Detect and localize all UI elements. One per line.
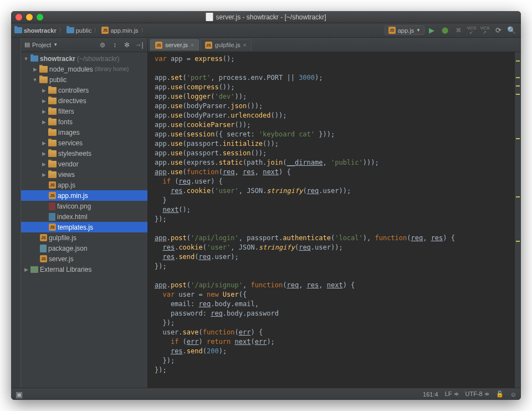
close-window-button[interactable] — [16, 14, 22, 21]
breadcrumb-file[interactable]: app.min.js — [101, 27, 138, 34]
minimize-window-button[interactable] — [26, 14, 33, 21]
search-button[interactable]: 🔍 — [505, 24, 518, 37]
project-folder-icon — [30, 55, 38, 62]
encoding-selector[interactable]: UTF-8 ≑ — [466, 390, 489, 398]
chevron-right-icon: 〉 — [59, 27, 64, 34]
expand-arrow-icon[interactable] — [23, 56, 29, 62]
tree-label: views — [58, 171, 75, 179]
expand-arrow-icon[interactable] — [41, 119, 47, 125]
js-file-icon — [155, 42, 162, 49]
inspections-icon[interactable]: ☺ — [510, 391, 516, 398]
tab-gulpfile-js[interactable]: gulpfile.js × — [200, 39, 252, 50]
settings-button[interactable]: ⟳ — [492, 24, 504, 37]
dropdown-arrow-icon: ▼ — [53, 42, 58, 47]
project-panel-title[interactable]: ▤ Project ▼ — [24, 41, 95, 48]
folder-icon — [48, 108, 57, 115]
expand-arrow-icon[interactable] — [41, 151, 47, 156]
tool-windows-toggle[interactable]: ▣ — [16, 390, 23, 399]
tree-folder[interactable]: images — [21, 127, 147, 138]
html-file-icon — [49, 213, 55, 221]
tree-file-app-js[interactable]: app.js — [21, 180, 147, 190]
tree-folder[interactable]: vendor — [21, 159, 147, 169]
chevron-right-icon: 〉 — [94, 27, 99, 34]
tree-folder[interactable]: stylesheets — [21, 148, 147, 159]
close-tab-button[interactable]: × — [243, 42, 247, 48]
traffic-lights — [16, 14, 43, 21]
js-file-icon — [101, 27, 109, 34]
expand-arrow-icon[interactable] — [41, 140, 47, 146]
tree-folder[interactable]: views — [21, 169, 147, 180]
vcs-update-button[interactable]: VCS↙ — [466, 24, 478, 37]
dropdown-arrow-icon: ▼ — [416, 28, 421, 33]
tree-file-app-min-js[interactable]: app.min.js — [21, 190, 147, 201]
main-area: ▤ Project ▼ ⊚ ↕ ✻ →| showtrackr (~/showt… — [11, 38, 521, 388]
js-file-icon — [40, 255, 47, 262]
error-stripe[interactable] — [514, 52, 521, 388]
breadcrumb-folder[interactable]: public — [66, 27, 92, 34]
tree-root[interactable]: showtrackr (~/showtrackr) — [21, 53, 147, 64]
tree-folder[interactable]: controllers — [21, 85, 147, 95]
tree-file-templates-js[interactable]: templates.js — [21, 222, 147, 232]
tree-file-server-js[interactable]: server.js — [21, 253, 147, 264]
code-content[interactable]: var app = express(); app.set('port', pro… — [148, 52, 514, 388]
cursor-position[interactable]: 161:4 — [423, 391, 438, 398]
js-file-icon — [49, 181, 56, 189]
expand-arrow-icon[interactable] — [41, 161, 47, 167]
expand-arrow-icon[interactable] — [41, 88, 47, 93]
tree-label: fonts — [58, 118, 73, 126]
folder-icon — [48, 87, 57, 94]
js-file-icon — [40, 234, 47, 241]
folder-icon — [48, 171, 57, 178]
project-tree: showtrackr (~/showtrackr) node_modules (… — [21, 52, 147, 275]
json-file-icon — [40, 245, 47, 252]
tree-folder[interactable]: services — [21, 138, 147, 148]
expand-arrow-icon[interactable] — [32, 77, 38, 83]
tree-folder-public[interactable]: public — [21, 74, 147, 85]
folder-icon — [39, 77, 48, 83]
tree-folder[interactable]: directives — [21, 95, 147, 106]
stop-button[interactable] — [452, 24, 464, 37]
close-tab-button[interactable]: × — [191, 42, 194, 48]
folder-icon — [48, 98, 57, 104]
read-only-toggle[interactable]: 🔓 — [496, 390, 504, 398]
tool-window-bar[interactable] — [11, 38, 21, 388]
breadcrumb-project[interactable]: showtrackr — [14, 27, 57, 34]
js-file-icon — [49, 224, 56, 231]
tree-folder-node-modules[interactable]: node_modules (library home) — [21, 64, 147, 74]
vcs-commit-button[interactable]: VCS↗ — [479, 24, 491, 37]
run-button[interactable] — [426, 24, 438, 37]
tree-external-libraries[interactable]: External Libraries — [21, 264, 147, 275]
tree-file-index-html[interactable]: index.html — [21, 211, 147, 222]
expand-arrow-icon[interactable] — [41, 109, 47, 114]
scroll-from-source-button[interactable]: ⊚ — [98, 40, 108, 50]
folder-icon — [48, 150, 57, 157]
expand-arrow-icon[interactable] — [23, 267, 29, 272]
tree-folder[interactable]: fonts — [21, 116, 147, 127]
folder-icon — [14, 27, 22, 33]
ide-window: server.js - showtrackr - [~/showtrackr] … — [11, 11, 521, 400]
tree-folder[interactable]: filters — [21, 106, 147, 116]
expand-arrow-icon[interactable] — [32, 67, 38, 72]
navbar: showtrackr 〉 public 〉 app.min.js 〉 app.j… — [11, 23, 521, 38]
run-configuration-selector[interactable]: app.js ▼ — [385, 26, 424, 35]
editor-tabs: server.js × gulpfile.js × — [148, 38, 521, 52]
zoom-window-button[interactable] — [37, 14, 43, 21]
tree-file-package-json[interactable]: package.json — [21, 243, 147, 253]
debug-button[interactable] — [439, 24, 451, 37]
code-editor[interactable]: var app = express(); app.set('port', pro… — [148, 52, 521, 388]
settings-gear-icon[interactable]: ✻ — [122, 40, 132, 50]
editor-area: server.js × gulpfile.js × var app = expr… — [148, 38, 521, 388]
collapse-all-button[interactable]: ↕ — [110, 40, 120, 50]
tab-server-js[interactable]: server.js × — [150, 39, 199, 50]
js-file-icon — [49, 192, 56, 199]
tree-file-favicon[interactable]: favicon.png — [21, 201, 147, 211]
window-title: server.js - showtrackr - [~/showtrackr] — [206, 13, 326, 21]
hide-panel-button[interactable]: →| — [134, 40, 144, 50]
line-separator-selector[interactable]: LF ≑ — [445, 390, 459, 398]
tree-label: filters — [58, 108, 74, 115]
tree-file-gulpfile[interactable]: gulpfile.js — [21, 232, 147, 243]
expand-arrow-icon[interactable] — [41, 172, 47, 177]
folder-icon — [66, 27, 74, 33]
expand-arrow-icon[interactable] — [41, 98, 47, 104]
chevron-right-icon: 〉 — [141, 27, 146, 34]
